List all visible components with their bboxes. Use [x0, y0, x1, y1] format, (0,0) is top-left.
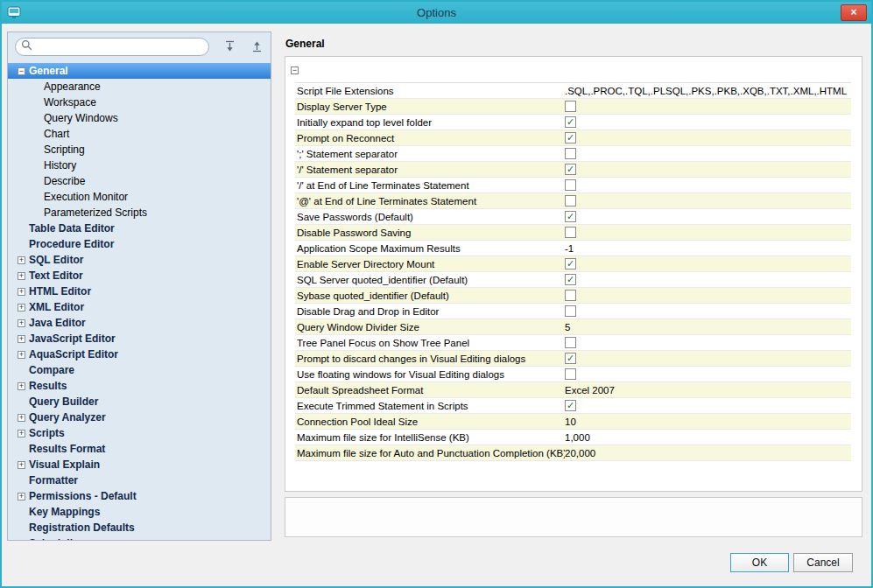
- setting-value[interactable]: -1: [565, 243, 574, 254]
- tree-item-java-editor[interactable]: +Java Editor: [8, 315, 271, 331]
- expand-icon[interactable]: +: [18, 304, 25, 312]
- tree-item-compare[interactable]: Compare: [8, 362, 271, 378]
- setting-value[interactable]: Excel 2007: [565, 385, 615, 396]
- tree-item-results-format[interactable]: Results Format: [8, 441, 271, 457]
- checkbox-unchecked[interactable]: [565, 227, 576, 238]
- checkbox-checked[interactable]: ✓: [565, 274, 576, 285]
- setting-row-enable-server-directory-mount: Enable Server Directory Mount✓: [295, 256, 851, 272]
- tree-item-workspace[interactable]: Workspace: [8, 94, 271, 110]
- tree-item-chart[interactable]: Chart: [8, 126, 271, 142]
- expand-icon[interactable]: +: [18, 272, 25, 280]
- tree-item-appearance[interactable]: Appearance: [8, 79, 271, 94]
- tree-item-label: Registration Defaults: [29, 522, 135, 534]
- expand-icon[interactable]: +: [18, 430, 25, 438]
- tree-item-table-data-editor[interactable]: Table Data Editor: [8, 220, 271, 236]
- tree-item-label: Visual Explain: [29, 458, 100, 471]
- setting-value[interactable]: 5: [565, 322, 570, 332]
- search-row: [8, 32, 271, 60]
- checkbox-checked[interactable]: ✓: [565, 116, 576, 128]
- tree-item-scripts[interactable]: +Scripts: [8, 425, 271, 441]
- cancel-button[interactable]: Cancel: [793, 553, 853, 572]
- checkbox-unchecked[interactable]: [565, 305, 576, 317]
- tree-item-label: Query Analyzer: [29, 411, 106, 424]
- setting-value-cell: -1: [565, 241, 851, 256]
- setting-value-cell: [565, 178, 851, 193]
- tree-item-parameterized-scripts[interactable]: Parameterized Scripts: [8, 205, 271, 220]
- setting-row-sybase-quoted-identifier-default: Sybase quoted_identifier (Default): [295, 288, 851, 304]
- checkbox-unchecked[interactable]: [565, 337, 576, 348]
- checkbox-checked[interactable]: ✓: [565, 353, 576, 364]
- tree-item-label: Scheduling: [29, 537, 86, 541]
- close-button[interactable]: ×: [841, 4, 867, 21]
- group-collapse-icon[interactable]: −: [291, 66, 299, 74]
- titlebar[interactable]: Options ×: [2, 2, 871, 24]
- expand-icon[interactable]: +: [18, 319, 25, 327]
- options-window: Options ×: [0, 0, 873, 588]
- ok-button[interactable]: OK: [730, 553, 789, 572]
- tree-item-execution-monitor[interactable]: Execution Monitor: [8, 189, 271, 205]
- expand-icon[interactable]: +: [18, 382, 25, 390]
- collapse-icon[interactable]: −: [18, 67, 25, 75]
- description-panel: [285, 497, 862, 537]
- tree-item-aquascript-editor[interactable]: +AquaScript Editor: [8, 346, 271, 362]
- tree-item-label: Java Editor: [29, 317, 86, 329]
- setting-row-default-spreadsheet-format: Default Spreadsheet FormatExcel 2007: [295, 382, 851, 398]
- search-input[interactable]: [36, 40, 203, 52]
- expand-icon[interactable]: +: [18, 493, 25, 500]
- setting-value[interactable]: 20,000: [565, 448, 595, 458]
- setting-value-cell: 1,000: [565, 430, 851, 445]
- tree-item-sql-editor[interactable]: +SQL Editor: [8, 252, 271, 268]
- checkbox-unchecked[interactable]: [565, 179, 576, 191]
- expand-icon[interactable]: +: [18, 256, 25, 264]
- setting-value-cell: ✓: [565, 209, 851, 225]
- tree-item-scheduling[interactable]: Scheduling: [8, 536, 271, 541]
- checkbox-unchecked[interactable]: [565, 195, 576, 206]
- expand-icon[interactable]: +: [18, 461, 25, 469]
- expand-icon[interactable]: +: [18, 351, 25, 359]
- tree-item-key-mappings[interactable]: Key Mappings: [8, 504, 271, 520]
- tree-item-procedure-editor[interactable]: Procedure Editor: [8, 236, 271, 252]
- setting-value[interactable]: 10: [565, 416, 576, 427]
- tree-item-javascript-editor[interactable]: +JavaScript Editor: [8, 331, 271, 346]
- checkbox-unchecked[interactable]: [565, 101, 576, 112]
- tree-item-results[interactable]: +Results: [8, 378, 271, 394]
- tree-item-registration-defaults[interactable]: Registration Defaults: [8, 520, 271, 536]
- tree-item-scripting[interactable]: Scripting: [8, 142, 271, 158]
- tree-item-formatter[interactable]: Formatter: [8, 472, 271, 488]
- tree-item-history[interactable]: History: [8, 158, 271, 173]
- expand-all-icon[interactable]: [222, 39, 236, 53]
- tree-item-label: SQL Editor: [29, 254, 83, 266]
- setting-value[interactable]: 1,000: [565, 432, 590, 443]
- checkbox-checked[interactable]: ✓: [565, 132, 576, 144]
- toggle-spacer: [32, 146, 40, 154]
- tree-item-html-editor[interactable]: +HTML Editor: [8, 284, 271, 299]
- checkbox-checked[interactable]: ✓: [565, 164, 576, 175]
- tree-item-label: Key Mappings: [29, 506, 100, 518]
- tree-item-visual-explain[interactable]: +Visual Explain: [8, 457, 271, 472]
- tree-item-describe[interactable]: Describe: [8, 173, 271, 189]
- tree-item-query-builder[interactable]: Query Builder: [8, 394, 271, 410]
- tree-item-label: Procedure Editor: [29, 238, 114, 250]
- collapse-all-icon[interactable]: [250, 39, 264, 53]
- setting-label: Default Spreadsheet Format: [295, 382, 565, 398]
- setting-value-cell: [565, 335, 851, 351]
- tree-item-query-windows[interactable]: Query Windows: [8, 110, 271, 126]
- search-box[interactable]: [15, 38, 209, 56]
- checkbox-checked[interactable]: ✓: [565, 400, 576, 411]
- checkbox-unchecked[interactable]: [565, 290, 576, 301]
- checkbox-checked[interactable]: ✓: [565, 211, 576, 222]
- tree-item-query-analyzer[interactable]: +Query Analyzer: [8, 410, 271, 425]
- tree-item-xml-editor[interactable]: +XML Editor: [8, 299, 271, 315]
- checkbox-unchecked[interactable]: [565, 368, 576, 380]
- setting-row-at-end-of-line-terminates-statement: '@' at End of Line Terminates Statement: [295, 193, 851, 209]
- tree-item-permissions-default[interactable]: +Permissions - Default: [8, 488, 271, 504]
- checkbox-checked[interactable]: ✓: [565, 258, 576, 270]
- setting-value-cell: ✓: [565, 115, 851, 130]
- expand-icon[interactable]: +: [18, 414, 25, 422]
- checkbox-unchecked[interactable]: [565, 148, 576, 159]
- expand-icon[interactable]: +: [18, 288, 25, 296]
- tree-item-text-editor[interactable]: +Text Editor: [8, 268, 271, 284]
- tree-item-general[interactable]: −General: [8, 63, 271, 79]
- expand-icon[interactable]: +: [18, 335, 25, 343]
- setting-value[interactable]: .SQL,.PROC,.TQL,.PLSQL,.PKS,.PKB,.XQB,.T…: [565, 86, 847, 96]
